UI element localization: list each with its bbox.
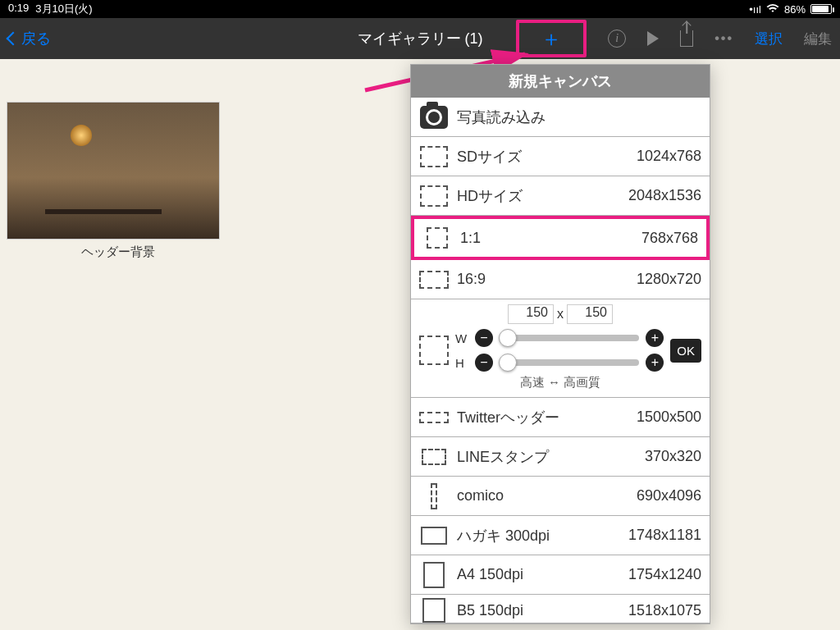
canvas-size-row[interactable]: ハガキ 300dpi 1748x1181 (411, 516, 710, 555)
canvas-size-row-1-1[interactable]: 1:1 768x768 (411, 216, 710, 260)
gallery-thumbnail[interactable] (7, 102, 220, 240)
camera-icon (420, 106, 448, 129)
canvas-size-row[interactable]: 16:9 1280x720 (411, 260, 710, 299)
aspect-icon (420, 185, 448, 207)
aspect-icon (422, 449, 446, 465)
chevron-left-icon (7, 32, 21, 46)
canvas-size-row[interactable]: SDサイズ 840x630 (411, 137, 710, 176)
aspect-icon (431, 483, 437, 509)
height-minus-button[interactable]: − (475, 354, 493, 372)
canvas-size-row[interactable]: comico 690x4096 (411, 477, 710, 516)
status-bar: 0:19 3月10日(火) •ııl 86% (0, 0, 840, 18)
import-photo-label: 写真読み込み (457, 107, 546, 127)
import-photo-row[interactable]: 写真読み込み (411, 98, 710, 137)
battery-icon (810, 4, 832, 14)
ok-button[interactable]: OK (670, 339, 701, 363)
height-plus-button[interactable]: + (646, 354, 664, 372)
back-label: 戻る (21, 29, 51, 48)
width-minus-button[interactable]: − (475, 329, 493, 347)
canvas-size-row[interactable]: A4 150dpi 1754x1240 (411, 555, 710, 595)
nav-bar: 戻る マイギャラリー (1) ＋ i ••• 選択 編集 (0, 18, 840, 59)
aspect-icon (427, 227, 448, 249)
signal-icon: •ııl (749, 3, 761, 16)
custom-size-row: 150 x 150 W − + H − + OK (411, 299, 710, 398)
page-title: マイギャラリー (1) (358, 29, 483, 48)
canvas-size-row[interactable]: LINEスタンプ 370x320 (411, 437, 710, 477)
plus-icon: ＋ (541, 28, 562, 49)
new-canvas-popover: 新規キャンバス 写真読み込み SDサイズ 840x630 HDサイズ 2048… (410, 64, 710, 624)
thumbnail-label: ヘッダー背景 (7, 244, 230, 260)
gallery-area: ヘッダー背景 (0, 59, 230, 260)
edit-button[interactable]: 編集 (804, 30, 832, 48)
width-plus-button[interactable]: + (646, 329, 664, 347)
more-icon[interactable]: ••• (714, 31, 733, 46)
info-icon[interactable]: i (608, 30, 626, 48)
canvas-size-row[interactable]: Twitterヘッダー 1500x500 (411, 398, 710, 437)
status-time: 0:19 (8, 2, 29, 16)
quality-label: 高速 ↔ 高画質 (419, 375, 701, 390)
popover-title: 新規キャンバス (411, 65, 710, 98)
aspect-icon (420, 146, 448, 167)
height-field[interactable]: 150 (567, 304, 613, 324)
share-icon[interactable] (680, 30, 693, 47)
aspect-icon (423, 562, 445, 588)
aspect-icon (421, 527, 447, 545)
select-button[interactable]: 選択 (755, 30, 783, 48)
play-icon[interactable] (647, 31, 659, 46)
aspect-icon (419, 271, 449, 289)
canvas-size-row[interactable]: B5 150dpi 1518x1075 (411, 595, 710, 623)
aspect-icon (422, 598, 445, 623)
wifi-icon (766, 3, 779, 16)
status-date: 3月10日(火) (35, 2, 92, 16)
width-slider[interactable] (500, 335, 639, 341)
width-field[interactable]: 150 (508, 304, 554, 324)
height-slider[interactable] (500, 359, 639, 366)
aspect-icon (419, 412, 449, 423)
canvas-size-row[interactable]: HDサイズ 2048x1536 (411, 176, 710, 216)
aspect-icon (419, 336, 449, 365)
add-canvas-button[interactable]: ＋ (516, 20, 587, 57)
back-button[interactable]: 戻る (8, 29, 51, 48)
battery-pct: 86% (784, 3, 806, 16)
